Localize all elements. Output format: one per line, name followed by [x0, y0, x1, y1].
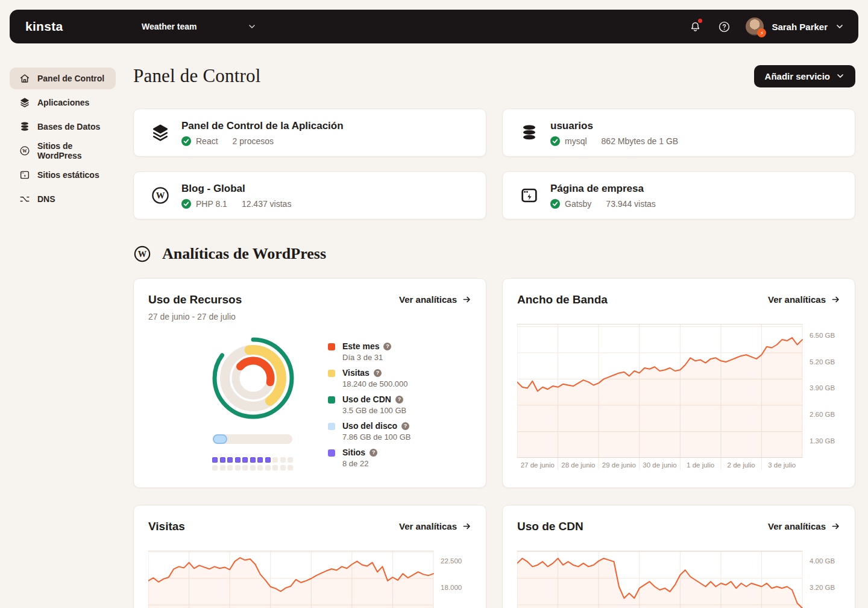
avatar: ⚡	[746, 17, 764, 36]
sidebar-item-panel-de-control[interactable]: Panel de Control	[10, 68, 116, 89]
navbar-right-cluster: ⚡ Sarah Parker	[688, 17, 844, 36]
team-selector[interactable]: Weather team	[142, 22, 256, 31]
site-square	[257, 465, 263, 470]
help-icon[interactable]: ?	[395, 396, 403, 404]
service-card-wordpress-blog[interactable]: W Blog - Global PHP 8.1 12.437 vistas	[133, 171, 486, 220]
help-icon[interactable]: ?	[383, 343, 391, 350]
svg-text:1 de julio: 1 de julio	[687, 461, 714, 469]
service-title: Página de empresa	[550, 183, 656, 195]
svg-text:2 de julio: 2 de julio	[728, 461, 755, 469]
top-navbar: kinsta Weather team ⚡ Sarah Parker	[10, 10, 858, 43]
user-menu[interactable]: ⚡ Sarah Parker	[746, 17, 844, 36]
check-circle-icon	[181, 199, 191, 209]
view-analytics-label: Ver analíticas	[399, 521, 457, 531]
svg-text:1.30 GB: 1.30 GB	[810, 437, 835, 445]
view-analytics-link[interactable]: Ver analíticas	[399, 521, 471, 531]
service-stat: 73.944 vistas	[606, 199, 656, 209]
site-square	[280, 457, 286, 463]
svg-text:3.20 GB: 3.20 GB	[810, 584, 835, 591]
check-circle-icon	[550, 199, 560, 209]
svg-text:W: W	[22, 148, 27, 154]
arrow-right-icon	[462, 295, 471, 304]
chevron-down-icon	[248, 22, 256, 31]
static-site-icon	[518, 186, 540, 205]
add-service-button[interactable]: Añadir servicio	[754, 65, 855, 87]
help-icon[interactable]: ?	[401, 422, 409, 430]
sidebar-item-aplicaciones[interactable]: Aplicaciones	[10, 92, 116, 113]
legend-label: Uso del disco	[342, 421, 397, 431]
sidebar-item-label: DNS	[37, 194, 55, 204]
service-card-static-site[interactable]: Página de empresa Gatsby 73.944 vistas	[502, 171, 855, 220]
service-card-database[interactable]: usuarios mysql 862 Mbytes de 1 GB	[502, 109, 855, 157]
legend-item-uso-del-disco: Uso del disco? 7.86 GB de 100 GB	[328, 421, 410, 442]
svg-text:3 de julio: 3 de julio	[768, 461, 796, 469]
site-square	[227, 465, 233, 470]
sidebar-item-sitios-de-wordpress[interactable]: W Sitios de WordPress	[10, 140, 116, 162]
resources-legend: Este mes? Día 3 de 31 Visitas? 18.240 de…	[328, 341, 410, 468]
legend-label: Visitas	[342, 368, 370, 378]
sidebar-item-dns[interactable]: DNS	[10, 188, 116, 210]
service-title: Blog - Global	[181, 183, 291, 195]
view-analytics-link[interactable]: Ver analíticas	[768, 521, 840, 531]
site-square	[220, 457, 225, 463]
view-analytics-link[interactable]: Ver analíticas	[399, 294, 471, 305]
legend-swatch	[328, 343, 335, 350]
chevron-down-icon	[835, 22, 844, 31]
svg-text:27 de junio: 27 de junio	[521, 461, 555, 469]
view-analytics-label: Ver analíticas	[399, 294, 457, 305]
site-square	[212, 465, 218, 470]
legend-value: 18.240 de 500.000	[342, 379, 407, 388]
visits-card: Visitas Ver analíticas 22.50018.000	[133, 505, 486, 608]
legend-swatch	[328, 396, 335, 404]
team-name: Weather team	[142, 22, 197, 31]
service-meta: Gatsby 73.944 vistas	[550, 199, 656, 209]
legend-value: 7.86 GB de 100 GB	[342, 432, 410, 442]
site-square	[272, 465, 278, 470]
disk-usage-progress-fill	[213, 434, 227, 444]
svg-text:W: W	[156, 191, 165, 200]
svg-text:30 de junio: 30 de junio	[643, 461, 676, 469]
site-square	[227, 457, 233, 463]
site-square	[288, 465, 293, 470]
card-title: Uso de Recursos	[148, 293, 242, 306]
sidebar-item-label: Bases de Datos	[37, 122, 100, 131]
bandwidth-card: Ancho de Banda Ver analíticas 6.50 GB5.2…	[502, 278, 855, 488]
sidebar-item-label: Sitios estáticos	[37, 170, 99, 180]
disk-usage-progress-bar	[213, 434, 292, 444]
view-analytics-link[interactable]: Ver analíticas	[768, 294, 840, 305]
service-card-application[interactable]: Panel de Control de la Aplicación React …	[133, 109, 486, 157]
site-square	[242, 465, 248, 470]
cdn-line-chart: 4.00 GB3.20 GB	[517, 551, 841, 608]
svg-text:4.00 GB: 4.00 GB	[810, 557, 835, 565]
dns-routes-icon	[19, 194, 30, 204]
card-title: Uso de CDN	[517, 520, 583, 533]
bandwidth-line-chart: 6.50 GB5.20 GB3.90 GB2.60 GB1.30 GB27 de…	[517, 324, 841, 475]
lightning-badge-icon: ⚡	[757, 28, 766, 37]
service-cards: Panel de Control de la Aplicación React …	[133, 109, 855, 220]
page-title: Panel de Control	[133, 65, 261, 87]
notification-dot	[698, 19, 702, 23]
service-status: React	[196, 136, 218, 146]
svg-text:29 de junio: 29 de junio	[602, 461, 636, 469]
service-status: PHP 8.1	[196, 199, 227, 209]
site-square	[250, 457, 256, 463]
database-icon	[518, 123, 540, 142]
notifications-button[interactable]	[688, 19, 702, 34]
help-icon[interactable]: ?	[370, 449, 377, 457]
legend-item-uso-de-cdn: Uso de CDN? 3.5 GB de 100 GB	[328, 394, 410, 415]
sidebar-item-label: Sitios de WordPress	[37, 141, 116, 160]
service-meta: mysql 862 Mbytes de 1 GB	[550, 136, 678, 146]
card-title: Ancho de Banda	[517, 293, 608, 306]
resource-usage-donut-chart	[211, 336, 295, 423]
site-square	[265, 465, 271, 470]
service-title: usuarios	[550, 120, 678, 132]
legend-label: Sitios	[342, 448, 365, 457]
check-circle-icon	[550, 136, 560, 146]
section-title: Analíticas de WordPress	[162, 245, 326, 263]
sidebar-item-sitios-estaticos[interactable]: Sitios estáticos	[10, 164, 116, 186]
help-button[interactable]	[717, 19, 731, 34]
site-square	[242, 457, 248, 463]
sidebar-item-bases-de-datos[interactable]: Bases de Datos	[10, 116, 116, 138]
help-icon[interactable]: ?	[374, 369, 382, 377]
site-square	[257, 457, 263, 463]
